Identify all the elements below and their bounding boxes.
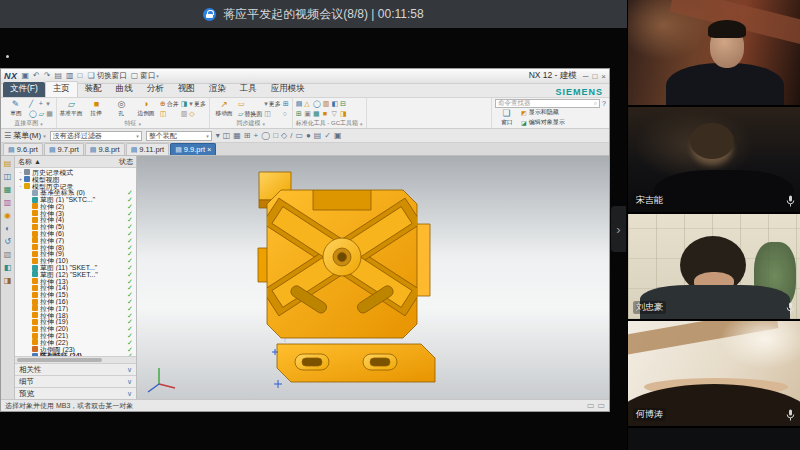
navigator-hscrollbar[interactable]: [15, 356, 136, 363]
ribbon-small-button[interactable]: ◨: [340, 110, 347, 118]
panel-细节[interactable]: 细节∨: [15, 375, 136, 387]
selection-tool-icon-13[interactable]: ▣: [334, 131, 342, 141]
selection-tool-icon-3[interactable]: ⊞: [244, 131, 251, 141]
command-finder-input[interactable]: 命令查找器 ⌕: [495, 99, 600, 108]
show-hide-button[interactable]: ◩显示和隐藏: [521, 108, 565, 117]
tree-row[interactable]: 草图 (11) "SKET..."✓: [15, 264, 136, 271]
selection-tool-icon-10[interactable]: ●: [306, 131, 311, 141]
quick-access-icon-0[interactable]: ▣: [21, 71, 31, 81]
selection-tool-icon-4[interactable]: +: [254, 131, 259, 141]
tree-row[interactable]: -历史记录模式: [15, 169, 136, 176]
ribbon-small-button[interactable]: ▾更多: [189, 100, 206, 109]
tree-row[interactable]: 拉伸 (5)✓: [15, 223, 136, 230]
ribbon-tab-曲线[interactable]: 曲线: [109, 82, 140, 97]
hd3d-tools-icon[interactable]: ◉: [4, 211, 11, 220]
file-tab[interactable]: ▤9.8.prt: [85, 143, 125, 155]
selection-scope-dropdown[interactable]: 整个装配▾: [146, 131, 212, 141]
panel-预览[interactable]: 预览∨: [15, 387, 136, 399]
ribbon-tab-工具[interactable]: 工具: [233, 82, 264, 97]
selection-tool-icon-8[interactable]: /: [290, 131, 292, 141]
window-controls[interactable]: ─□×: [583, 72, 606, 81]
ribbon-small-button[interactable]: ▤: [296, 100, 303, 108]
ribbon-small-button[interactable]: ▽: [331, 110, 338, 118]
ribbon-small-button[interactable]: ⊕合并: [160, 100, 179, 109]
selection-tool-icon-1[interactable]: ◫: [223, 131, 231, 141]
ribbon-small-button[interactable]: ◨: [181, 100, 188, 108]
tree-row[interactable]: 拉伸 (22)✓: [15, 339, 136, 346]
ribbon-small-button[interactable]: ◧: [331, 100, 338, 108]
part-navigator-icon[interactable]: ▦: [4, 185, 12, 194]
ribbon-button[interactable]: ↗移动面: [213, 99, 236, 116]
ribbon-small-button[interactable]: ▦: [313, 110, 321, 118]
ribbon-button[interactable]: ✎草图: [4, 99, 27, 116]
ribbon-small-button[interactable]: ▭: [238, 100, 262, 108]
tree-row[interactable]: 拉伸 (6)✓: [15, 230, 136, 237]
tree-row[interactable]: 拉伸 (2)✓: [15, 203, 136, 210]
close-tab-icon[interactable]: ×: [207, 145, 211, 154]
ribbon-small-button[interactable]: ▦: [46, 110, 53, 118]
ribbon-small-button[interactable]: ▾更多: [264, 100, 281, 109]
ribbon-small-button[interactable]: △: [304, 100, 311, 108]
ribbon-tab-装配[interactable]: 装配: [78, 82, 109, 97]
ribbon-tab-分析[interactable]: 分析: [140, 82, 171, 97]
ribbon-button[interactable]: ▱基准平面: [60, 99, 83, 116]
ribbon-small-button[interactable]: ▱: [39, 110, 44, 118]
panel-相关性[interactable]: 相关性∨: [15, 363, 136, 375]
ribbon-small-button[interactable]: ⊞: [283, 100, 289, 108]
ribbon-button[interactable]: ◎孔: [110, 99, 133, 116]
history-icon[interactable]: ↺: [4, 237, 11, 246]
selection-tool-icon-6[interactable]: □: [273, 131, 278, 141]
video-tile-5[interactable]: [628, 428, 800, 450]
ribbon-small-button[interactable]: ■: [323, 110, 330, 118]
tree-row[interactable]: 草图 (1) "SKTC..."✓: [15, 196, 136, 203]
tree-row[interactable]: +模型视图: [15, 176, 136, 183]
selection-filter-dropdown[interactable]: 没有选择过滤器▾: [50, 131, 142, 141]
quick-access-icon-1[interactable]: ↶: [32, 71, 41, 81]
ribbon-small-button[interactable]: ⊞: [296, 110, 303, 118]
ribbon-tab-渲染[interactable]: 渲染: [202, 82, 233, 97]
ribbon-button[interactable]: ■拉伸: [85, 99, 108, 116]
video-tile-3[interactable]: 刘忠豪: [628, 214, 800, 319]
ribbon-small-button[interactable]: ◫: [160, 110, 179, 118]
video-tile-2[interactable]: 宋吉能: [628, 107, 800, 212]
ribbon-small-button[interactable]: ⊟: [340, 100, 347, 108]
selection-tool-icon-5[interactable]: ◯: [261, 131, 270, 141]
reuse-library-icon[interactable]: ▥: [4, 198, 12, 207]
window-control-2[interactable]: ×: [601, 72, 606, 81]
navigator-column-header[interactable]: 名称 ▲ 状态: [15, 156, 136, 168]
roles-icon[interactable]: ◧: [4, 263, 12, 272]
ribbon-small-button[interactable]: ▥: [323, 100, 330, 108]
collapse-videos-button[interactable]: ›: [611, 206, 626, 252]
status-icon-2[interactable]: ▭: [597, 401, 605, 410]
selection-tool-icon-2[interactable]: ▦: [233, 131, 241, 141]
graphics-viewport[interactable]: [137, 156, 609, 399]
ribbon-small-button[interactable]: ◇: [189, 110, 206, 118]
ribbon-small-button[interactable]: ▣: [304, 110, 311, 118]
ribbon-small-button[interactable]: ▥: [181, 110, 188, 118]
tree-row[interactable]: 拉伸 (16)✓: [15, 298, 136, 305]
video-tile-1[interactable]: [628, 0, 800, 105]
tree-row[interactable]: 草图 (12) "SKET..."✓: [15, 271, 136, 278]
menu-button[interactable]: ☰菜单(M)▾: [4, 130, 46, 141]
ribbon-tab-主页[interactable]: 主页: [45, 81, 78, 97]
file-tab[interactable]: ▤9.9.prt×: [170, 143, 216, 155]
ribbon-button[interactable]: ◗边倒圆: [135, 99, 158, 116]
ribbon-small-button[interactable]: ▾: [46, 100, 53, 108]
web-browser-icon[interactable]: ◐: [5, 224, 10, 233]
selection-tool-icon-12[interactable]: ✓: [324, 131, 331, 141]
quick-access-icon-3[interactable]: ▤: [53, 71, 63, 81]
window-control-1[interactable]: □: [592, 72, 597, 81]
quick-access-icon-5[interactable]: □: [77, 71, 84, 81]
selection-tool-icon-0[interactable]: ▾: [216, 131, 220, 141]
quick-access-icon-4[interactable]: ▥: [65, 71, 75, 81]
constraint-navigator-icon[interactable]: ◫: [4, 172, 12, 181]
file-tab[interactable]: ▤9.11.prt: [126, 143, 170, 155]
ribbon-small-button[interactable]: ╱: [29, 100, 37, 108]
selection-tool-icon-7[interactable]: ◇: [281, 131, 287, 141]
ribbon-small-button[interactable]: ▱替换面: [238, 110, 262, 119]
switch-window-button[interactable]: ❏切换窗口: [86, 71, 126, 81]
video-tile-4[interactable]: 何博涛: [628, 321, 800, 426]
ribbon-small-button[interactable]: +: [39, 100, 44, 108]
system-materials-icon[interactable]: ◨: [4, 276, 12, 285]
edit-object-display-button[interactable]: ◪编辑对象显示: [521, 118, 565, 127]
